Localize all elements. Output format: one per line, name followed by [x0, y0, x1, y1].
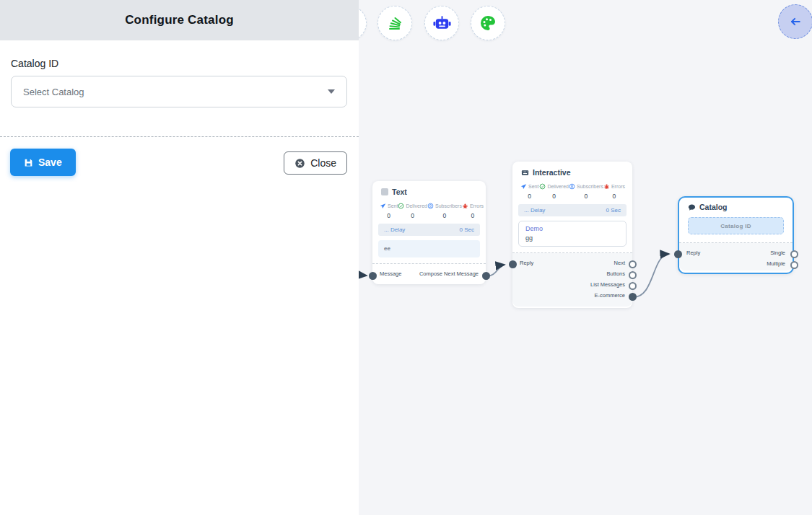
robot-icon — [432, 14, 452, 32]
delay-row[interactable]: ... Delay 0 Sec — [378, 224, 480, 236]
check-circle-icon — [539, 183, 546, 190]
output-handle-multiple[interactable] — [790, 261, 798, 269]
close-icon — [294, 158, 305, 169]
ports-row: Message Compose Next Message — [372, 264, 486, 284]
panel-body: Catalog ID Select Catalog — [0, 58, 359, 107]
interactive-message-card[interactable]: Demo gg — [518, 221, 627, 247]
delay-value: 0 Sec — [460, 226, 474, 233]
node-interactive[interactable]: Interactive Sent 0 Delivered 0 Subscribe… — [512, 162, 632, 308]
port-label-compose-next-message: Compose Next Message — [419, 270, 479, 277]
node-interactive-header: Interactive — [512, 162, 632, 177]
config-panel: Configure Catalog Catalog ID Select Cata… — [0, 0, 359, 515]
stat-delivered: Delivered 0 — [539, 183, 569, 200]
close-button[interactable]: Close — [284, 151, 347, 175]
page-title: Configure Catalog — [125, 13, 234, 27]
port-label-message: Message — [380, 270, 401, 277]
panel-header: Configure Catalog — [0, 0, 359, 40]
stats-row: Sent 0 Delivered 0 Subscribers 0 Errors … — [372, 196, 486, 219]
catalog-id-label: Catalog ID — [11, 58, 347, 69]
ports-footer: Reply Single Multiple — [679, 243, 793, 270]
chevron-down-icon — [328, 89, 335, 94]
node-title: Text — [392, 188, 407, 196]
output-handle-list-messages[interactable] — [629, 282, 637, 290]
arrow-left-icon — [788, 14, 803, 29]
port-label-reply: Reply — [520, 260, 533, 266]
toolbar-button-partial[interactable] — [359, 6, 367, 40]
node-text[interactable]: Text Sent 0 Delivered 0 Subscribers 0 Er… — [372, 181, 486, 284]
message-preview[interactable]: ee — [378, 240, 480, 258]
stack-icon — [386, 14, 403, 32]
collapse-panel-button[interactable] — [778, 4, 812, 39]
catalog-select[interactable]: Select Catalog — [11, 76, 347, 107]
port-row: Buttons — [512, 268, 632, 279]
input-handle-reply[interactable] — [509, 260, 517, 268]
stat-sent: Sent 0 — [520, 183, 539, 200]
toolbar-button-stack[interactable] — [377, 6, 412, 40]
stat-subscribers: Subscribers 0 — [569, 183, 603, 200]
port-label-multiple: Multiple — [767, 260, 785, 267]
port-label-list-messages: List Messages — [590, 281, 625, 288]
stat-errors: Errors 0 — [462, 203, 484, 219]
send-icon — [520, 183, 527, 190]
toolbar-button-palette[interactable] — [471, 6, 505, 40]
subscriber-icon — [427, 203, 434, 209]
stat-subscribers: Subscribers 0 — [427, 203, 462, 219]
node-text-header: Text — [372, 181, 486, 196]
port-row: Multiple — [679, 258, 793, 269]
port-row: List Messages — [512, 279, 632, 290]
port-label-e-commerce: E-commerce — [594, 292, 625, 299]
port-label-buttons: Buttons — [607, 270, 625, 277]
stat-sent: Sent 0 — [380, 203, 398, 219]
panel-actions: Save Close — [0, 137, 359, 176]
flow-canvas[interactable]: Text Sent 0 Delivered 0 Subscribers 0 Er… — [359, 0, 812, 515]
stats-row: Sent 0 Delivered 0 Subscribers 0 Errors … — [512, 177, 632, 200]
port-label-single: Single — [770, 250, 785, 256]
toolbar-button-bot[interactable] — [424, 6, 459, 40]
send-icon — [380, 203, 386, 209]
port-row: Reply Single — [679, 247, 793, 258]
output-handle-e-commerce[interactable] — [629, 293, 637, 301]
ports-footer: Reply Next Buttons List Messages E-comme… — [512, 253, 632, 307]
bug-icon — [462, 203, 468, 209]
stat-delivered: Delivered 0 — [398, 203, 427, 219]
catalog-select-value: Select Catalog — [23, 87, 328, 97]
output-handle-buttons[interactable] — [629, 271, 637, 279]
port-row: E-commerce — [512, 290, 632, 301]
palette-icon — [479, 14, 497, 32]
catalog-id-placeholder[interactable]: Catalog ID — [688, 217, 784, 234]
edge-interactive-to-catalog — [633, 254, 669, 297]
port-label-next: Next — [614, 260, 625, 266]
delay-label: ... Delay — [384, 226, 405, 233]
text-block-icon — [381, 188, 388, 195]
port-label-reply: Reply — [686, 250, 700, 256]
card-title: Demo — [525, 225, 619, 232]
save-icon — [24, 158, 33, 167]
output-handle-compose-next-message[interactable] — [482, 272, 490, 280]
node-catalog[interactable]: Catalog Catalog ID Reply Single Multiple — [678, 196, 794, 274]
input-handle-reply[interactable] — [674, 250, 682, 258]
output-handle-single[interactable] — [790, 250, 798, 258]
bug-icon — [603, 183, 610, 190]
card-text: gg — [525, 234, 619, 242]
edge-offscreen-to-text — [359, 275, 367, 276]
delay-label: ... Delay — [524, 207, 545, 214]
output-handle-next[interactable] — [629, 260, 637, 268]
subscriber-icon — [569, 183, 575, 190]
input-handle-message[interactable] — [369, 272, 377, 280]
node-title: Catalog — [699, 203, 728, 211]
keyboard-icon — [521, 169, 529, 177]
port-row: Reply Next — [512, 258, 632, 268]
close-button-label: Close — [310, 157, 336, 169]
delay-value: 0 Sec — [606, 207, 621, 214]
check-circle-icon — [398, 203, 404, 209]
stat-errors: Errors 0 — [603, 183, 625, 200]
node-catalog-header: Catalog — [679, 198, 793, 211]
save-button-label: Save — [38, 157, 62, 168]
save-button[interactable]: Save — [10, 149, 76, 176]
node-title: Interactive — [533, 168, 571, 177]
chat-bubble-icon — [688, 203, 696, 211]
delay-row[interactable]: ... Delay 0 Sec — [518, 204, 627, 216]
